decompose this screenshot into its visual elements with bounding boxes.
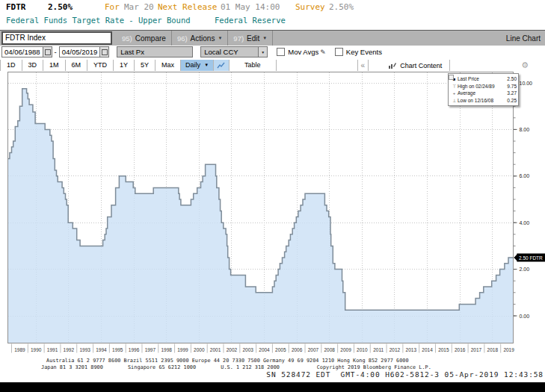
next-release-label: Next Release [158,2,217,14]
legend-value: 9.75 [507,84,517,89]
svg-text:2000: 2000 [194,347,205,352]
svg-text:1995: 1995 [112,347,123,352]
security-description: Federal Funds Target Rate - Upper Bound [6,16,191,27]
svg-text:2013: 2013 [406,347,417,352]
svg-text:1997: 1997 [145,347,156,352]
next-release-value: 01 May 14:00 [221,2,280,14]
high-marker-icon: ⊤ [451,84,458,89]
svg-text:8.00: 8.00 [520,127,530,132]
period-value: Daily [185,60,200,71]
price-field-value: Last Px [117,48,147,56]
legend-row-average: + Average 3.27 [451,90,517,97]
legend-row-low: ⊥ Low on 12/16/08 0.25 [451,97,517,105]
area-chart-canvas[interactable]: 0.002.004.006.008.0010.00198919901991199… [0,72,545,357]
chevron-down-icon[interactable]: ▼ [258,47,267,57]
function-toolbar: FDTR Index 95) Compare 96) Actions ▼ 97)… [0,30,545,46]
mov-avgs-checkbox[interactable] [277,48,285,56]
legend-value: 3.27 [507,90,517,96]
svg-text:2007: 2007 [308,347,319,352]
period-select-daily[interactable]: Daily ▼ [181,60,214,71]
price-chart[interactable]: 0.002.004.006.008.0010.00198919901991199… [0,72,545,357]
chart-view-tab[interactable] [214,60,230,71]
svg-text:2019: 2019 [503,347,514,352]
chart-type-label: Line Chart [506,34,541,43]
svg-text:2005: 2005 [275,347,286,352]
tab-1m[interactable]: 1M [43,60,66,71]
svg-text:2011: 2011 [373,347,384,352]
gear-icon[interactable]: ⚙ [521,60,529,70]
svg-text:2017: 2017 [471,347,482,352]
actions-menu-button[interactable]: 96) Actions ▼ [172,31,228,46]
svg-text:2016: 2016 [455,347,466,352]
svg-text:2010: 2010 [357,347,368,352]
legend-row-last-price: ■ Last Price 2.50 [451,75,517,83]
svg-text:1996: 1996 [129,347,140,352]
last-price: 2.50% [48,2,73,14]
svg-text:1993: 1993 [79,347,90,352]
chart-content-icon [388,62,396,69]
tab-1y[interactable]: 1Y [114,60,135,71]
footer-terminal-info: SN 528472 EDT GMT-4:00 H602-5812-3 05-Ap… [266,370,544,379]
tab-5y[interactable]: 5Y [135,60,156,71]
svg-text:2018: 2018 [487,347,499,352]
date-to-value: 04/05/2019 [60,48,100,56]
tab-ytd[interactable]: YTD [87,60,114,71]
tab-6m[interactable]: 6M [66,60,88,71]
svg-text:2.50 FDTR: 2.50 FDTR [519,255,543,261]
svg-text:2.00: 2.00 [520,267,530,272]
chevron-down-icon: ▼ [262,36,267,40]
svg-text:2015: 2015 [438,347,449,352]
svg-text:0.00: 0.00 [520,314,530,319]
price-field-select[interactable]: Last Px [117,46,193,57]
compare-fn-key: 95) [122,34,132,43]
calendar-icon[interactable] [99,47,108,57]
svg-text:10.00: 10.00 [520,81,533,86]
collapse-panel-button[interactable]: « [358,60,369,71]
edit-menu-button[interactable]: 97) Edit ▼ [228,31,273,46]
svg-text:2003: 2003 [242,347,253,352]
chevron-down-icon: ▼ [204,60,209,71]
empty-tab: ⚙ [449,60,545,71]
currency-value: Local CCY [201,48,241,56]
survey-value: 2.50% [329,2,354,14]
calendar-icon[interactable] [43,47,52,57]
mov-avgs-label: Mov Avgs [288,48,318,56]
svg-text:4.00: 4.00 [520,220,530,225]
date-to-field[interactable]: 04/05/2019 [59,46,110,57]
legend-label: Last Price [458,76,507,81]
svg-text:1999: 1999 [177,347,188,352]
svg-text:1991: 1991 [47,347,58,352]
currency-select[interactable]: Local CCY ▼ [200,46,268,57]
legend-label: Low on 12/16/08 [458,98,507,103]
chart-content-button[interactable]: Chart Content [369,60,449,71]
low-marker-icon: ⊥ [451,98,458,103]
chart-controls-row: 04/06/1988 - 04/05/2019 Last Px Local CC… [0,46,545,58]
security-source: Federal Reserve [215,16,286,27]
range-tab-bar: 1D 3D 1M 6M YTD 1Y 5Y Max Daily ▼ Table … [0,59,545,72]
table-tab[interactable]: Table [230,60,277,71]
key-events-checkbox[interactable] [335,48,343,56]
date-from-field[interactable]: 04/06/1988 [1,46,52,57]
svg-text:2009: 2009 [340,347,351,352]
survey-label: Survey [295,2,325,14]
tab-max[interactable]: Max [156,60,181,71]
security-input[interactable]: FDTR Index [1,31,112,45]
average-marker-icon: + [451,91,458,96]
for-label: For [105,2,120,14]
tab-1d[interactable]: 1D [0,60,22,71]
edit-label: Edit [247,34,259,43]
pencil-icon[interactable]: ✎ [320,49,326,56]
svg-text:2006: 2006 [292,347,303,352]
line-chart-icon [217,62,226,69]
legend-checkbox[interactable] [449,75,454,80]
legend-label: Average [458,90,507,96]
ticker: FDTR [6,2,26,14]
tab-3d[interactable]: 3D [22,60,44,71]
legend-label: High on 02/24/89 [458,84,507,89]
chart-legend[interactable]: ■ Last Price 2.50 ⊤ High on 02/24/89 9.7… [448,73,519,106]
compare-button[interactable]: 95) Compare [117,31,172,46]
for-value: Mar 20 [124,2,154,14]
bloomberg-terminal-window: { "header": { "ticker": "FDTR", "price":… [0,0,545,392]
svg-text:2012: 2012 [389,347,401,352]
actions-fn-key: 96) [177,34,188,43]
